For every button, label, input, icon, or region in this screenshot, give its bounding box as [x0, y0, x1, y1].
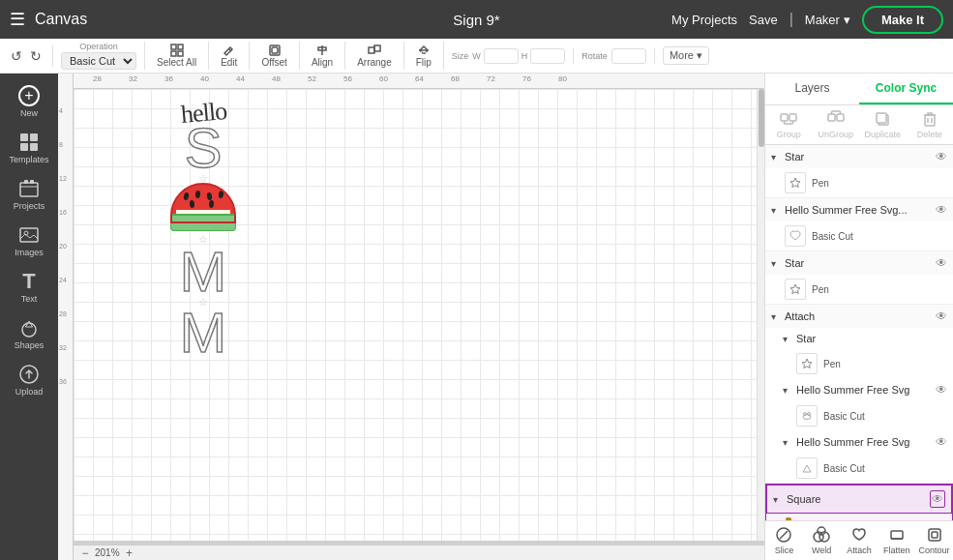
my-projects-link[interactable]: My Projects	[671, 13, 737, 27]
sidebar-item-new[interactable]: + New	[3, 79, 55, 124]
undo-redo-group: ↺ ↻	[8, 45, 53, 67]
watermelon	[170, 183, 236, 233]
align-button[interactable]: Align	[308, 42, 337, 70]
sidebar-item-text[interactable]: T Text	[3, 265, 55, 309]
edit-button[interactable]: Edit	[217, 42, 241, 70]
ruler-32: 32	[129, 74, 137, 83]
duplicate-button[interactable]: Duplicate	[859, 105, 907, 144]
undo-button[interactable]: ↺	[8, 45, 25, 67]
svg-rect-9	[369, 47, 374, 53]
ruler-44: 44	[236, 74, 245, 83]
canvas-area[interactable]: 4 8 12 16 20 24 28 32 36 28 32 36 40 44 …	[58, 74, 764, 560]
svg-rect-2	[171, 51, 176, 56]
sidebar-text-label: Text	[21, 294, 38, 304]
layer-name-square: Square	[787, 493, 926, 505]
eye-icon-star-1[interactable]: 👁	[936, 150, 947, 163]
layer-item-attach-star-pen[interactable]: Pen	[777, 349, 953, 378]
delete-button[interactable]: Delete	[907, 105, 954, 144]
eye-icon-star-2[interactable]: 👁	[936, 256, 947, 270]
attach-button[interactable]: Attach	[841, 521, 879, 560]
svg-marker-38	[790, 178, 800, 188]
weld-button[interactable]: Weld	[803, 521, 841, 560]
more-button[interactable]: More ▾	[663, 46, 709, 65]
zoom-in-button[interactable]: +	[122, 545, 137, 561]
flatten-button[interactable]: Flatten	[878, 521, 915, 560]
height-input[interactable]	[530, 48, 565, 64]
ruler-y-28: 28	[59, 310, 67, 317]
layer-name-attach-hello-1: Hello Summer Free Svg	[796, 384, 932, 396]
chevron-down-icon-attach-hello-2: ▾	[783, 437, 792, 448]
vertical-scrollbar[interactable]	[757, 89, 764, 541]
ruler-y-36: 36	[59, 378, 67, 385]
flatten-icon	[888, 526, 906, 544]
layer-item-star-1-pen[interactable]: Pen	[765, 168, 953, 197]
select-all-button[interactable]: Select All	[153, 42, 200, 70]
ruler-y-16: 16	[59, 209, 67, 216]
sidebar-item-templates[interactable]: Templates	[3, 126, 55, 170]
align-group: Align	[308, 42, 345, 70]
layer-header-attach-star[interactable]: ▾ Star	[777, 328, 953, 349]
zoom-out-button[interactable]: −	[77, 545, 93, 561]
layer-header-attach-hello-2[interactable]: ▾ Hello Summer Free Svg 👁	[777, 430, 953, 454]
svg-rect-14	[20, 143, 28, 151]
offset-button[interactable]: Offset	[257, 42, 291, 70]
sidebar-item-upload[interactable]: Upload	[3, 358, 55, 402]
layer-item-attach-hello-1-basic[interactable]: Basic Cut	[777, 401, 953, 430]
hamburger-icon[interactable]: ☰	[10, 9, 25, 30]
layer-header-attach[interactable]: ▾ Attach 👁	[765, 305, 953, 328]
arrange-button[interactable]: Arrange	[353, 42, 396, 70]
ruler-56: 56	[343, 74, 352, 83]
sidebar-item-images[interactable]: Images	[3, 219, 55, 263]
rotate-input[interactable]	[611, 48, 646, 64]
svg-rect-18	[30, 180, 34, 184]
vscroll-thumb[interactable]	[759, 89, 764, 147]
layer-group-star-2: ▾ Star 👁 Pen	[765, 251, 953, 305]
layer-header-hello-1[interactable]: ▾ Hello Summer Free Svg... 👁	[765, 198, 953, 221]
layer-basic-1: Basic Cut	[812, 231, 947, 242]
layer-header-attach-hello-1[interactable]: ▾ Hello Summer Free Svg 👁	[777, 378, 953, 401]
operation-select[interactable]: Basic Cut	[61, 52, 136, 70]
new-icon: +	[18, 85, 40, 106]
svg-rect-6	[272, 47, 278, 53]
eye-icon-attach[interactable]: 👁	[936, 309, 947, 323]
group-button[interactable]: Group	[765, 105, 813, 144]
make-it-button[interactable]: Make It	[862, 6, 943, 34]
eye-icon-attach-hello-1[interactable]: 👁	[936, 383, 947, 397]
tab-color-sync[interactable]: Color Sync	[859, 74, 953, 104]
svg-rect-15	[30, 143, 38, 151]
ruler-y-20: 20	[59, 243, 67, 250]
layer-header-square[interactable]: ▾ Square 👁	[766, 485, 952, 514]
layer-item-square-basic[interactable]: Basic Cut	[766, 514, 952, 520]
ruler-top: 28 32 36 40 44 48 52 56 60 64 68 72 76 8…	[74, 74, 764, 89]
templates-icon	[18, 132, 40, 153]
layer-name-attach: Attach	[785, 310, 932, 322]
maker-button[interactable]: Maker ▾	[805, 13, 850, 27]
eye-icon-square[interactable]: 👁	[930, 490, 945, 508]
redo-button[interactable]: ↻	[27, 45, 45, 67]
layer-item-hello-1-basic[interactable]: Basic Cut	[765, 221, 953, 251]
layer-name-star-2: Star	[785, 257, 932, 269]
eye-icon-hello-1[interactable]: 👁	[936, 203, 947, 217]
size-group: Size W H	[452, 48, 575, 64]
contour-button[interactable]: Contour	[915, 521, 953, 560]
layer-header-star-1[interactable]: ▾ Star 👁	[765, 145, 953, 168]
layer-header-star-2[interactable]: ▾ Star 👁	[765, 251, 953, 275]
sidebar-item-projects[interactable]: Projects	[3, 172, 55, 217]
save-link[interactable]: Save	[749, 13, 778, 27]
ungroup-button[interactable]: UnGroup	[813, 105, 860, 144]
tab-layers[interactable]: Layers	[765, 74, 859, 104]
layer-item-star-2-pen[interactable]: Pen	[765, 275, 953, 304]
layer-item-attach-hello-2-basic[interactable]: Basic Cut	[777, 454, 953, 483]
flip-button[interactable]: Flip	[412, 42, 435, 70]
letter-m-1: M	[180, 244, 226, 300]
slice-button[interactable]: Slice	[765, 521, 803, 560]
eye-icon-attach-hello-2[interactable]: 👁	[936, 435, 947, 449]
contour-icon	[926, 526, 943, 544]
ruler-76: 76	[522, 74, 531, 83]
right-panel: Layers Color Sync Group UnGroup Duplicat…	[764, 74, 953, 560]
attach-hello-2-thumb	[796, 457, 818, 479]
sidebar-item-shapes[interactable]: Shapes	[3, 311, 55, 356]
width-input[interactable]	[484, 48, 519, 64]
layer-name-attach-hello-2: Hello Summer Free Svg	[796, 436, 932, 448]
main-area: + New Templates Projects Images T Text S…	[0, 74, 953, 560]
